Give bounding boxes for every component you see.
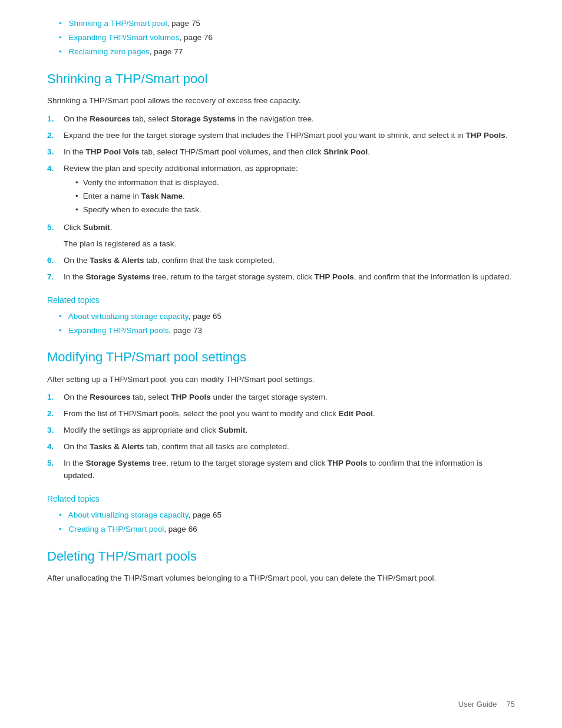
- sub-bullet-2: Enter a name in Task Name.: [75, 190, 515, 203]
- modifying-related-page-1: page 65: [193, 510, 222, 519]
- deleting-title: Deleting THP/Smart pools: [47, 546, 515, 566]
- shrinking-related-page-2: page 73: [173, 326, 202, 335]
- shrinking-section: Shrinking a THP/Smart pool Shrinking a T…: [47, 69, 515, 337]
- step-content-6: On the Tasks & Alerts tab, confirm that …: [64, 255, 515, 267]
- shrinking-related-1[interactable]: About virtualizing storage capacity, pag…: [59, 311, 515, 323]
- modifying-title: Modifying THP/Smart pool settings: [47, 347, 515, 367]
- modifying-step-5: 5. In the Storage Systems tree, return t…: [47, 457, 515, 482]
- intro-page-2: page 76: [184, 33, 213, 42]
- intro-page-1: page 75: [171, 19, 200, 28]
- mod-step-content-2: From the list of THP/Smart pools, select…: [64, 408, 515, 420]
- step-content-4: Review the plan and specify additional i…: [64, 163, 515, 218]
- step-num-4: 4.: [47, 163, 64, 175]
- footer-label: User Guide: [458, 699, 497, 710]
- step-content-3: In the THP Pool Vols tab, select THP/Sma…: [64, 146, 515, 159]
- shrinking-related-page-1: page 65: [193, 312, 222, 321]
- shrinking-step-6: 6. On the Tasks & Alerts tab, confirm th…: [47, 255, 515, 267]
- step-num-7: 7.: [47, 271, 64, 284]
- sub-bullet-3: Specify when to execute the task.: [75, 204, 515, 216]
- modifying-related-bullets: About virtualizing storage capacity, pag…: [47, 509, 515, 536]
- shrinking-related-bullets: About virtualizing storage capacity, pag…: [47, 311, 515, 337]
- shrinking-related-2[interactable]: Expanding THP/Smart pools, page 73: [59, 325, 515, 337]
- shrinking-related-title: Related topics: [47, 294, 515, 307]
- plan-note: The plan is registered as a task.: [64, 238, 515, 251]
- page-footer: User Guide 75: [458, 699, 515, 710]
- footer-page: 75: [507, 699, 515, 710]
- shrinking-title: Shrinking a THP/Smart pool: [47, 69, 515, 89]
- mod-step-num-2: 2.: [47, 408, 64, 420]
- mod-step-num-4: 4.: [47, 441, 64, 453]
- modifying-related-title: Related topics: [47, 493, 515, 506]
- modifying-step-2: 2. From the list of THP/Smart pools, sel…: [47, 408, 515, 420]
- shrinking-desc: Shrinking a THP/Smart pool allows the re…: [47, 95, 515, 107]
- intro-link-2[interactable]: Expanding THP/Smart volumes: [69, 33, 180, 42]
- shrinking-step-3: 3. In the THP Pool Vols tab, select THP/…: [47, 146, 515, 159]
- shrinking-step-5: 5. Click Submit.: [47, 222, 515, 234]
- modifying-related-1[interactable]: About virtualizing storage capacity, pag…: [59, 509, 515, 522]
- sub-bullet-1: Verify the information that is displayed…: [75, 177, 515, 189]
- modifying-related-2[interactable]: Creating a THP/Smart pool, page 66: [59, 523, 515, 536]
- intro-bullet-2[interactable]: Expanding THP/Smart volumes, page 76: [59, 32, 515, 44]
- mod-step-content-4: On the Tasks & Alerts tab, confirm that …: [64, 441, 515, 453]
- step-num-2: 2.: [47, 130, 64, 142]
- step-content-5: Click Submit.: [64, 222, 515, 234]
- mod-step-content-1: On the Resources tab, select THP Pools u…: [64, 391, 515, 404]
- mod-step-num-1: 1.: [47, 391, 64, 404]
- shrinking-step-7: 7. In the Storage Systems tree, return t…: [47, 271, 515, 284]
- modifying-step-1: 1. On the Resources tab, select THP Pool…: [47, 391, 515, 404]
- step4-subbullets: Verify the information that is displayed…: [64, 177, 515, 216]
- mod-step-content-5: In the Storage Systems tree, return to t…: [64, 457, 515, 482]
- intro-bullet-1[interactable]: Shrinking a THP/Smart pool, page 75: [59, 18, 515, 30]
- shrinking-related-link-1[interactable]: About virtualizing storage capacity: [68, 312, 189, 321]
- shrinking-related-link-2[interactable]: Expanding THP/Smart pools: [69, 326, 169, 335]
- intro-link-3[interactable]: Reclaiming zero pages: [69, 47, 150, 56]
- intro-page-3: page 77: [154, 47, 183, 56]
- modifying-steps: 1. On the Resources tab, select THP Pool…: [47, 391, 515, 482]
- modifying-step-4: 4. On the Tasks & Alerts tab, confirm th…: [47, 441, 515, 453]
- modifying-related-page-2: page 66: [168, 525, 197, 533]
- deleting-section: Deleting THP/Smart pools After unallocat…: [47, 546, 515, 585]
- step-num-5: 5.: [47, 222, 64, 234]
- mod-step-num-3: 3.: [47, 424, 64, 437]
- mod-step-num-5: 5.: [47, 457, 64, 470]
- intro-bullet-3[interactable]: Reclaiming zero pages, page 77: [59, 46, 515, 58]
- shrinking-steps: 1. On the Resources tab, select Storage …: [47, 113, 515, 234]
- shrinking-step-2: 2. Expand the tree for the target storag…: [47, 130, 515, 142]
- step-content-1: On the Resources tab, select Storage Sys…: [64, 113, 515, 126]
- step-content-2: Expand the tree for the target storage s…: [64, 130, 515, 142]
- step-num-1: 1.: [47, 113, 64, 126]
- modifying-section: Modifying THP/Smart pool settings After …: [47, 347, 515, 535]
- intro-link-1[interactable]: Shrinking a THP/Smart pool: [69, 19, 167, 28]
- modifying-step-3: 3. Modify the settings as appropriate an…: [47, 424, 515, 437]
- shrinking-step-1: 1. On the Resources tab, select Storage …: [47, 113, 515, 126]
- modifying-related-link-2[interactable]: Creating a THP/Smart pool: [69, 525, 164, 533]
- mod-step-content-3: Modify the settings as appropriate and c…: [64, 424, 515, 437]
- step-num-6: 6.: [47, 255, 64, 267]
- step-content-7: In the Storage Systems tree, return to t…: [64, 271, 515, 284]
- modifying-desc: After setting up a THP/Smart pool, you c…: [47, 374, 515, 386]
- intro-bullets: Shrinking a THP/Smart pool, page 75 Expa…: [47, 18, 515, 58]
- step-num-3: 3.: [47, 146, 64, 159]
- page-container: Shrinking a THP/Smart pool, page 75 Expa…: [47, 18, 515, 585]
- shrinking-step-4: 4. Review the plan and specify additiona…: [47, 163, 515, 218]
- shrinking-steps-2: 6. On the Tasks & Alerts tab, confirm th…: [47, 255, 515, 284]
- modifying-related-link-1[interactable]: About virtualizing storage capacity: [68, 510, 189, 519]
- deleting-desc: After unallocating the THP/Smart volumes…: [47, 572, 515, 585]
